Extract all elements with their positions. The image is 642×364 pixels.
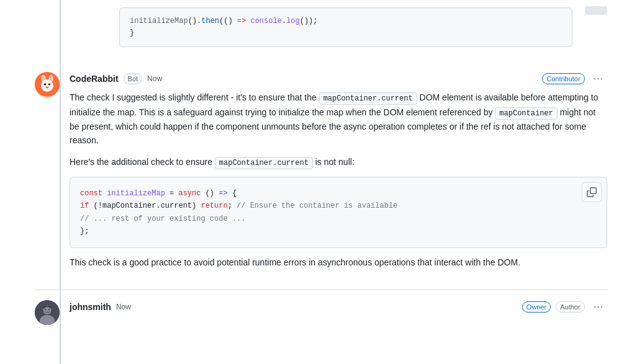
svg-point-12	[45, 308, 46, 309]
top-code-line-2: }	[130, 27, 562, 39]
code-function-name: initializeMap	[107, 189, 165, 198]
user-more-button[interactable]: ···	[590, 300, 607, 314]
comment-paragraph-2: Here's the additional check to ensure ma…	[70, 155, 607, 169]
coderabbit-comment-body: The check I suggested is slightly differ…	[70, 91, 607, 269]
contributor-badge: Contributor	[542, 73, 584, 84]
inline-code-2: mapContainer	[495, 107, 557, 120]
code-line-1: const initializeMap = async () => {	[80, 187, 597, 200]
user-comment-header: johnsmith Now Owner Author ···	[70, 300, 607, 314]
svg-point-8	[47, 86, 48, 87]
paragraph-2-text-a: Here's the additional check to ensure	[70, 157, 215, 167]
svg-point-6	[44, 84, 47, 86]
coderabbit-more-button[interactable]: ···	[590, 72, 607, 86]
inline-code-1: mapContainer.current	[319, 92, 417, 105]
coderabbit-comment-header: CodeRabbit Bot Now Contributor ···	[70, 72, 607, 86]
bottom-padding	[0, 335, 642, 360]
inline-code-3: mapContainer.current	[215, 157, 313, 169]
coderabbit-comment: CodeRabbit Bot Now Contributor ··· The c…	[0, 60, 642, 289]
user-author-name: johnsmith	[70, 302, 111, 312]
coderabbit-author-name: CodeRabbit	[70, 74, 119, 84]
svg-point-13	[48, 308, 50, 309]
owner-badge: Owner	[522, 301, 551, 313]
coderabbit-avatar	[35, 72, 60, 97]
coderabbit-comment-actions: Contributor ···	[542, 72, 607, 86]
user-comment-time: Now	[116, 303, 131, 311]
author-badge: Author	[556, 301, 584, 313]
comment-paragraph-3: This check is a good practice to avoid p…	[70, 255, 607, 269]
code-block: const initializeMap = async () => { if (…	[70, 177, 607, 249]
top-code-line-1: initializeMap().then(() => console.log()…	[130, 16, 562, 27]
user-comment-actions: Owner Author ···	[522, 300, 607, 314]
code-line-3: // ... rest of your existing code ...	[80, 213, 597, 225]
svg-point-5	[41, 79, 53, 92]
coderabbit-comment-time: Now	[147, 74, 162, 83]
scroll-hint	[585, 6, 607, 15]
user-comment-content: johnsmith Now Owner Author ···	[70, 300, 607, 319]
user-avatar	[35, 300, 60, 325]
bot-badge: Bot	[124, 73, 143, 84]
copy-button[interactable]	[582, 182, 602, 202]
user-comment: johnsmith Now Owner Author ···	[0, 290, 642, 335]
page-container: initializeMap().then(() => console.log()…	[0, 0, 642, 364]
paragraph-1-text-a: The check I suggested is slightly differ…	[70, 92, 319, 102]
comment-paragraph-1: The check I suggested is slightly differ…	[70, 91, 607, 147]
code-keyword-const: const	[80, 189, 107, 198]
coderabbit-comment-content: CodeRabbit Bot Now Contributor ··· The c…	[70, 72, 607, 277]
code-line-2: if (!mapContainer.current) return; // En…	[80, 200, 597, 212]
code-line-4: };	[80, 225, 597, 237]
top-code-snippet: initializeMap().then(() => console.log()…	[119, 7, 572, 47]
paragraph-2-text-b: is not null:	[313, 157, 355, 167]
svg-point-7	[48, 84, 51, 86]
